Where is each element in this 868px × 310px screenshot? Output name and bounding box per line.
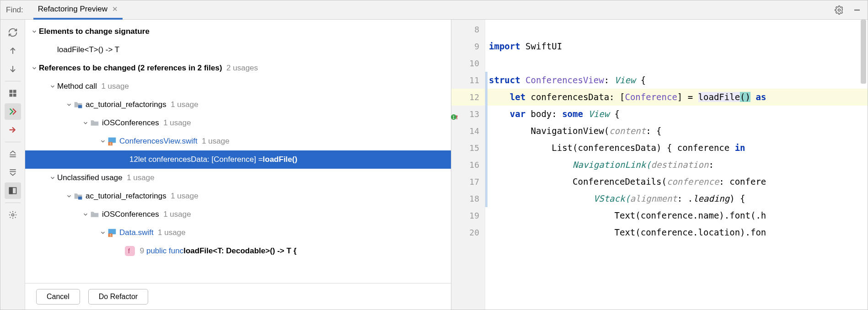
code-line: NavigationLink(destination: [485,156,868,173]
settings-icon[interactable] [5,207,21,223]
code-line: Text(conference.name).font(.h [485,207,868,224]
tool-strip [0,20,25,310]
arrow-up-button[interactable] [5,43,21,59]
line-number: 16 [451,156,485,173]
usages-count: 1 usage [163,118,191,128]
svg-rect-5 [13,94,16,97]
usages-count: 1 usage [171,192,198,201]
chevron-down-icon[interactable] [48,83,57,90]
code-line [485,55,868,72]
usages-count: 1 usage [202,137,230,146]
line-number: 14 [451,123,485,139]
minimize-icon[interactable] [853,6,861,14]
refresh-button[interactable] [5,24,21,41]
svg-rect-2 [9,90,12,93]
tree-node-module[interactable]: ac_tutorial_refactorings 1 usage [25,96,451,114]
code-line: Text(conference.location).fon [485,224,868,241]
code-editor[interactable]: import SwiftUI struct ConferencesView: V… [485,20,868,310]
usage-line-call: loadFile() [263,155,298,164]
code-line: import SwiftUI [485,38,868,55]
usages-count: 1 usage [101,82,129,91]
arrow-down-button[interactable] [5,61,21,77]
func-line-number: 9 [140,246,144,256]
chevron-down-icon[interactable] [98,138,107,144]
svg-text:S: S [109,234,112,237]
usages-count: 1 usage [127,173,155,182]
expand-all-icon[interactable] [5,146,21,162]
tree-node-function-usage[interactable]: f 9 public func loadFile<T: Decodable>()… [25,242,451,260]
tree-node-signature[interactable]: loadFile<T>() -> T [25,41,451,59]
svg-rect-3 [13,90,16,93]
chevron-down-icon[interactable] [30,28,39,35]
line-number: 18 [451,190,485,207]
unclassified-label: Unclassified usage [57,173,123,182]
chevron-down-icon[interactable] [48,175,57,181]
svg-text:S: S [109,142,112,145]
diff-into-icon[interactable] [5,122,21,138]
chevron-down-icon[interactable] [30,65,39,71]
method-call-label: Method call [57,82,97,91]
chevron-down-icon[interactable] [81,211,90,218]
svg-rect-17 [78,197,82,200]
tree-node-file-data[interactable]: S Data.swift 1 usage [25,224,451,242]
line-number: 10 [451,55,485,72]
module-folder-icon [74,192,83,200]
line-number: 20 [451,224,485,241]
svg-rect-21 [125,246,135,256]
collapse-all-icon[interactable] [5,164,21,181]
usages-count: 1 usage [158,228,186,237]
usages-tree-panel: Elements to change signature loadFile<T>… [25,20,451,310]
tree-node-file-conferences[interactable]: S ConferencesView.swift 1 usage [25,132,451,150]
file-label: ConferencesView.swift [119,137,198,146]
module-label: ac_tutorial_refactorings [86,192,166,201]
tree-node-usage-selected[interactable]: 12 let conferencesData: [Conference] = l… [25,150,451,169]
code-line: VStack(alignment: .leading) { [485,190,868,207]
code-line: List(conferencesData) { conference in [485,139,868,156]
line-number: 12 [451,89,485,106]
line-number: 8 [451,21,485,38]
do-refactor-button[interactable]: Do Refactor [88,289,148,305]
code-line-highlighted: let conferencesData: [Conference] = load… [485,89,868,106]
module-folder-icon [74,101,83,109]
chevron-down-icon[interactable] [64,102,74,108]
usages-count: 1 usage [171,100,198,109]
tree-node-references-header[interactable]: References to be changed (2 references i… [25,59,451,77]
tree-node-folder[interactable]: iOSConferences 1 usage [25,114,451,132]
folder-icon [90,210,99,219]
scrollbar-thumb[interactable] [861,20,866,84]
cancel-button[interactable]: Cancel [36,289,80,305]
code-line: var body: some View { [485,106,868,123]
tree-node-method-call[interactable]: Method call 1 usage [25,77,451,96]
tree-node-unclassified[interactable]: Unclassified usage 1 usage [25,169,451,187]
gear-icon[interactable] [835,5,844,15]
code-line [485,21,868,38]
folder-label: iOSConferences [102,118,159,128]
action-bar: Cancel Do Refactor [25,283,451,310]
module-label: ac_tutorial_refactorings [86,100,166,109]
usage-line-number: 12 [129,155,138,164]
close-icon[interactable]: ✕ [112,5,118,13]
diff-right-icon[interactable] [5,103,21,120]
folder-label: iOSConferences [102,210,159,219]
group-icon[interactable] [5,85,21,102]
line-number: 19 [451,207,485,224]
line-number: 17 [451,173,485,190]
usage-line-text: let conferencesData: [Conference] = [138,155,263,164]
svg-point-0 [838,9,841,11]
vertical-scrollbar[interactable] [860,20,867,310]
preview-toggle-icon[interactable] [5,182,21,199]
chevron-down-icon[interactable] [98,230,107,236]
chevron-down-icon[interactable] [81,120,90,126]
code-line: NavigationView(content: { [485,123,868,139]
usages-count: 2 usages [226,64,258,73]
folder-icon [90,119,99,127]
swift-file-icon: S [107,228,117,237]
find-label: Find: [6,5,23,15]
svg-rect-13 [78,105,82,108]
line-number-gutter: 8 9 10 11 12 13 I 14 15 16 17 18 19 20 [451,20,485,310]
tab-refactoring-preview[interactable]: Refactoring Preview ✕ [33,1,123,20]
tree-node-elements-header[interactable]: Elements to change signature [25,22,451,41]
tree-node-module[interactable]: ac_tutorial_refactorings 1 usage [25,187,451,205]
chevron-down-icon[interactable] [64,193,74,199]
tree-node-folder[interactable]: iOSConferences 1 usage [25,205,451,224]
